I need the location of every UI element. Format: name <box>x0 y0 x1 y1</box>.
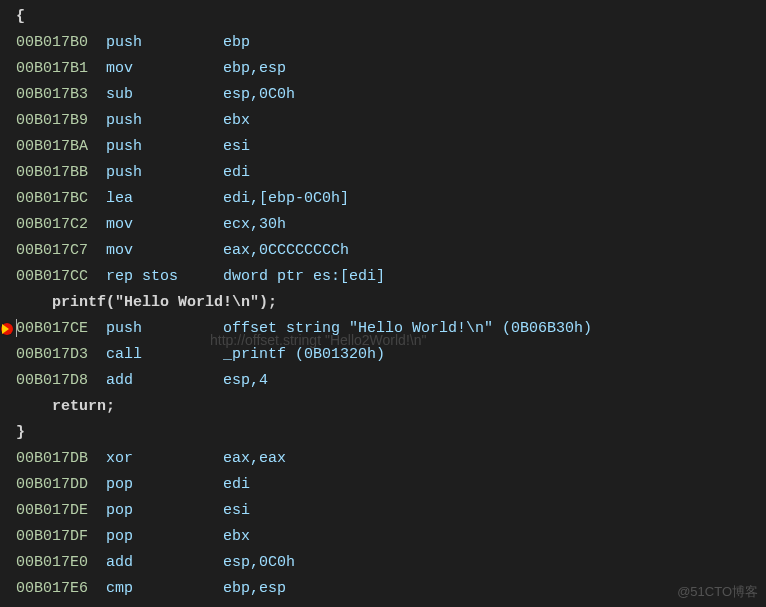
asm-line[interactable]: 00B017DF pop ebx <box>0 524 766 550</box>
operand: eax,0CCCCCCCCh <box>223 242 349 259</box>
mnemonic: call <box>106 346 142 363</box>
asm-line[interactable]: 00B017CE push offset string "Hello World… <box>0 316 766 342</box>
operand: eax,eax <box>223 450 286 467</box>
mnemonic: add <box>106 372 133 389</box>
operand: offset string "Hello World!\n" (0B06B30h… <box>223 320 592 337</box>
asm-line[interactable]: 00B017E8 call __RTC_CheckEsp (0B01118h) <box>0 602 766 607</box>
mnemonic: pop <box>106 528 133 545</box>
mnemonic: push <box>106 320 142 337</box>
operand: esp,0C0h <box>223 554 295 571</box>
mnemonic: push <box>106 138 142 155</box>
operand: esi <box>223 502 250 519</box>
operand: esp,4 <box>223 372 268 389</box>
address: 00B017CC <box>16 268 88 285</box>
operand: edi,[ebp-0C0h] <box>223 190 349 207</box>
operand: ebp,esp <box>223 60 286 77</box>
address: 00B017CE <box>16 320 88 337</box>
operand: esi <box>223 138 250 155</box>
address: 00B017DF <box>16 528 88 545</box>
mnemonic: mov <box>106 242 133 259</box>
operand: ebp,esp <box>223 580 286 597</box>
mnemonic: rep stos <box>106 268 178 285</box>
asm-line[interactable]: 00B017D8 add esp,4 <box>0 368 766 394</box>
operand: ecx,30h <box>223 216 286 233</box>
mnemonic: mov <box>106 216 133 233</box>
mnemonic: push <box>106 34 142 51</box>
asm-line[interactable]: 00B017E0 add esp,0C0h <box>0 550 766 576</box>
mnemonic: pop <box>106 502 133 519</box>
address: 00B017D3 <box>16 346 88 363</box>
address: 00B017B3 <box>16 86 88 103</box>
mnemonic: pop <box>106 476 133 493</box>
asm-line[interactable]: 00B017C2 mov ecx,30h <box>0 212 766 238</box>
address: 00B017DE <box>16 502 88 519</box>
brace-line[interactable]: } <box>0 420 766 446</box>
address: 00B017E6 <box>16 580 88 597</box>
address: 00B017DD <box>16 476 88 493</box>
address: 00B017C7 <box>16 242 88 259</box>
mnemonic: cmp <box>106 580 133 597</box>
address: 00B017E0 <box>16 554 88 571</box>
mnemonic: lea <box>106 190 133 207</box>
address: 00B017BB <box>16 164 88 181</box>
asm-line[interactable]: 00B017BC lea edi,[ebp-0C0h] <box>0 186 766 212</box>
asm-line[interactable]: 00B017B3 sub esp,0C0h <box>0 82 766 108</box>
address: 00B017B9 <box>16 112 88 129</box>
source-line[interactable]: printf("Hello World!\n"); <box>0 290 766 316</box>
mnemonic: push <box>106 112 142 129</box>
asm-line[interactable]: 00B017B0 push ebp <box>0 30 766 56</box>
asm-line[interactable]: 00B017DB xor eax,eax <box>0 446 766 472</box>
asm-line[interactable]: 00B017B9 push ebx <box>0 108 766 134</box>
address: 00B017B1 <box>16 60 88 77</box>
address: 00B017B0 <box>16 34 88 51</box>
address: 00B017DB <box>16 450 88 467</box>
asm-line[interactable]: 00B017E6 cmp ebp,esp <box>0 576 766 602</box>
operand: edi <box>223 476 250 493</box>
asm-line[interactable]: 00B017C7 mov eax,0CCCCCCCCh <box>0 238 766 264</box>
asm-line[interactable]: 00B017CC rep stos dword ptr es:[edi] <box>0 264 766 290</box>
operand: esp,0C0h <box>223 86 295 103</box>
asm-line[interactable]: 00B017DD pop edi <box>0 472 766 498</box>
operand: _printf (0B01320h) <box>223 346 385 363</box>
operand: ebp <box>223 34 250 51</box>
source-text: printf("Hello World!\n"); <box>16 294 277 311</box>
operand: ebx <box>223 528 250 545</box>
operand: edi <box>223 164 250 181</box>
source-text: return; <box>16 398 115 415</box>
current-instruction-arrow-icon <box>2 324 9 334</box>
operand: ebx <box>223 112 250 129</box>
address: 00B017BA <box>16 138 88 155</box>
mnemonic: sub <box>106 86 133 103</box>
brace: } <box>16 424 25 441</box>
brace-line[interactable]: { <box>0 4 766 30</box>
operand: dword ptr es:[edi] <box>223 268 385 285</box>
mnemonic: xor <box>106 450 133 467</box>
source-line[interactable]: return; <box>0 394 766 420</box>
asm-line[interactable]: 00B017BA push esi <box>0 134 766 160</box>
address: 00B017BC <box>16 190 88 207</box>
asm-line[interactable]: 00B017BB push edi <box>0 160 766 186</box>
address: 00B017D8 <box>16 372 88 389</box>
asm-line[interactable]: 00B017B1 mov ebp,esp <box>0 56 766 82</box>
address: 00B017C2 <box>16 216 88 233</box>
disassembly-view[interactable]: {00B017B0 push ebp00B017B1 mov ebp,esp00… <box>0 0 766 607</box>
breakpoint-marker[interactable] <box>0 316 14 342</box>
asm-line[interactable]: 00B017DE pop esi <box>0 498 766 524</box>
asm-line[interactable]: 00B017D3 call _printf (0B01320h) <box>0 342 766 368</box>
mnemonic: add <box>106 554 133 571</box>
brace: { <box>16 8 25 25</box>
mnemonic: mov <box>106 60 133 77</box>
mnemonic: push <box>106 164 142 181</box>
